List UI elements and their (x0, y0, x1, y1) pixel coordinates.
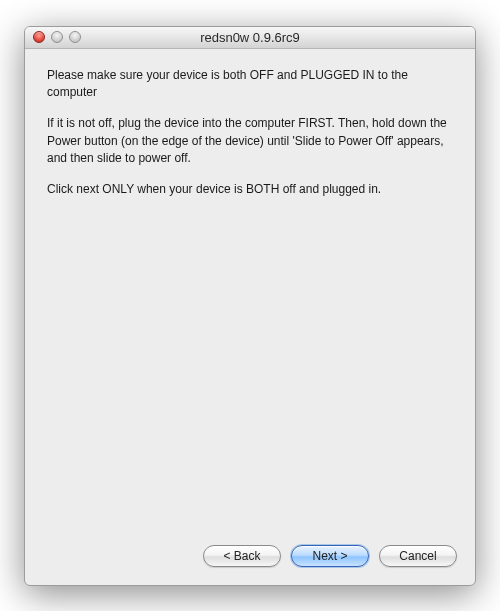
content-area: Please make sure your device is both OFF… (25, 49, 475, 533)
button-row: < Back Next > Cancel (25, 533, 475, 585)
cancel-button[interactable]: Cancel (379, 545, 457, 567)
back-button[interactable]: < Back (203, 545, 281, 567)
window-title: redsn0w 0.9.6rc9 (25, 30, 475, 45)
instruction-line-2: If it is not off, plug the device into t… (47, 115, 453, 167)
next-button[interactable]: Next > (291, 545, 369, 567)
instruction-line-1: Please make sure your device is both OFF… (47, 67, 453, 102)
minimize-icon[interactable] (51, 31, 63, 43)
app-window: redsn0w 0.9.6rc9 Please make sure your d… (24, 26, 476, 586)
titlebar: redsn0w 0.9.6rc9 (25, 27, 475, 49)
close-icon[interactable] (33, 31, 45, 43)
window-controls (33, 31, 81, 43)
zoom-icon[interactable] (69, 31, 81, 43)
instruction-line-3: Click next ONLY when your device is BOTH… (47, 181, 453, 198)
